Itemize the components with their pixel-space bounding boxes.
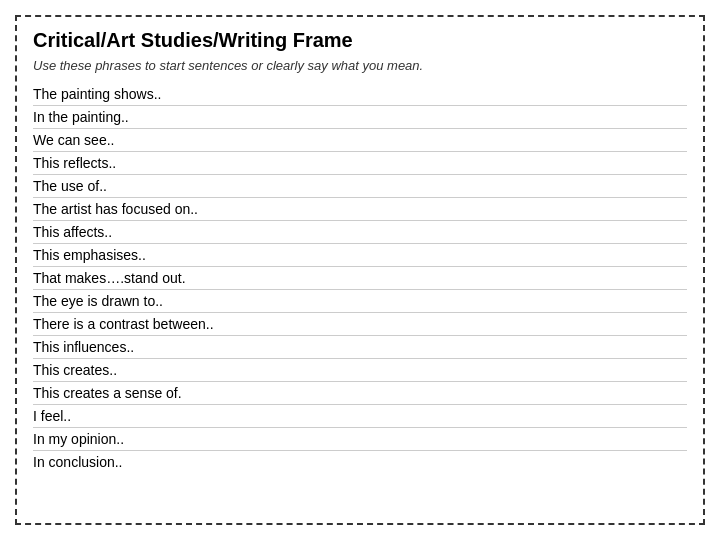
list-item: This creates.. (33, 359, 687, 382)
list-item: We can see.. (33, 129, 687, 152)
list-item: The artist has focused on.. (33, 198, 687, 221)
list-item: This emphasises.. (33, 244, 687, 267)
list-item: The eye is drawn to.. (33, 290, 687, 313)
list-item: In conclusion.. (33, 451, 687, 473)
list-item: The painting shows.. (33, 83, 687, 106)
list-item: In my opinion.. (33, 428, 687, 451)
list-item: There is a contrast between.. (33, 313, 687, 336)
list-item: In the painting.. (33, 106, 687, 129)
frame-subtitle: Use these phrases to start sentences or … (33, 58, 687, 73)
list-item: The use of.. (33, 175, 687, 198)
list-item: I feel.. (33, 405, 687, 428)
phrase-list: The painting shows..In the painting..We … (33, 83, 687, 473)
list-item: This creates a sense of. (33, 382, 687, 405)
list-item: This reflects.. (33, 152, 687, 175)
list-item: That makes….stand out. (33, 267, 687, 290)
list-item: This affects.. (33, 221, 687, 244)
list-item: This influences.. (33, 336, 687, 359)
writing-frame: Critical/Art Studies/Writing Frame Use t… (15, 15, 705, 525)
frame-title: Critical/Art Studies/Writing Frame (33, 29, 687, 52)
